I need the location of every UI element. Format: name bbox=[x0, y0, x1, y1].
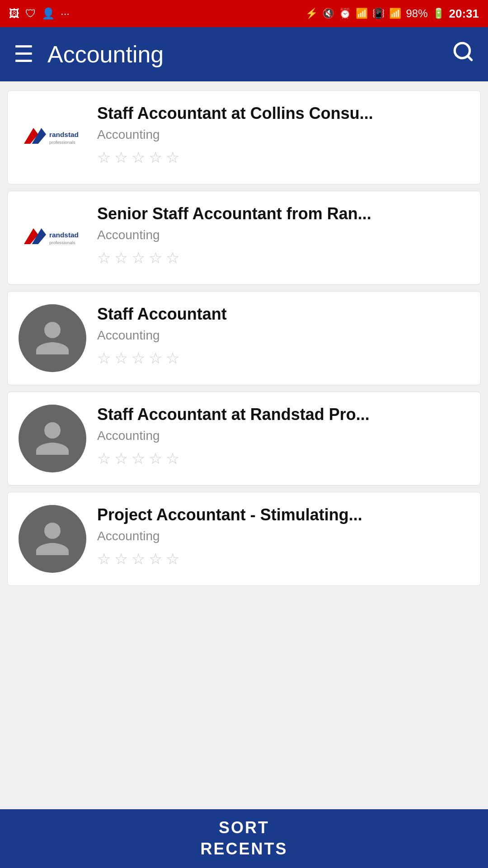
star-icon: ☆ bbox=[114, 449, 128, 467]
job-rating-stars[interactable]: ☆☆☆☆☆ bbox=[97, 249, 469, 267]
job-card[interactable]: Project Accountant - Stimulating... Acco… bbox=[7, 492, 481, 586]
sim-icon: 📳 bbox=[372, 8, 385, 19]
job-category: Accounting bbox=[97, 529, 469, 543]
job-card[interactable]: randstad professionals Staff Accountant … bbox=[7, 90, 481, 184]
page-title: Accounting bbox=[47, 41, 164, 68]
star-icon: ☆ bbox=[166, 349, 179, 367]
job-title: Staff Accountant at Collins Consu... bbox=[97, 104, 469, 123]
job-title: Staff Accountant bbox=[97, 304, 469, 324]
svg-text:randstad: randstad bbox=[49, 231, 79, 239]
star-icon: ☆ bbox=[131, 349, 145, 367]
svg-text:randstad: randstad bbox=[49, 131, 79, 138]
svg-text:professionals: professionals bbox=[49, 240, 75, 245]
company-avatar bbox=[19, 405, 86, 472]
alarm-icon: ⏰ bbox=[339, 8, 351, 19]
star-icon: ☆ bbox=[97, 249, 111, 267]
star-icon: ☆ bbox=[166, 148, 179, 166]
star-icon: ☆ bbox=[97, 148, 111, 166]
job-rating-stars[interactable]: ☆☆☆☆☆ bbox=[97, 349, 469, 367]
star-icon: ☆ bbox=[131, 550, 145, 568]
company-logo: randstad professionals bbox=[19, 104, 86, 171]
job-category: Accounting bbox=[97, 429, 469, 443]
star-icon: ☆ bbox=[149, 550, 162, 568]
job-card[interactable]: randstad professionals Senior Staff Acco… bbox=[7, 191, 481, 285]
job-title: Staff Accountant at Randstad Pro... bbox=[97, 405, 469, 424]
job-rating-stars[interactable]: ☆☆☆☆☆ bbox=[97, 550, 469, 568]
signal-icon: 📶 bbox=[389, 8, 401, 19]
star-icon: ☆ bbox=[149, 349, 162, 367]
face-status-icon: 👤 bbox=[42, 7, 55, 20]
star-icon: ☆ bbox=[166, 550, 179, 568]
star-icon: ☆ bbox=[114, 550, 128, 568]
star-icon: ☆ bbox=[97, 349, 111, 367]
job-info: Senior Staff Accountant from Ran... Acco… bbox=[97, 204, 469, 267]
wifi-icon: 📶 bbox=[356, 8, 368, 19]
job-title: Project Accountant - Stimulating... bbox=[97, 505, 469, 524]
search-icon[interactable] bbox=[452, 40, 474, 68]
job-category: Accounting bbox=[97, 328, 469, 343]
star-icon: ☆ bbox=[166, 249, 179, 267]
company-avatar bbox=[19, 505, 86, 573]
company-logo: randstad professionals bbox=[19, 204, 86, 272]
svg-line-1 bbox=[468, 56, 472, 60]
job-info: Project Accountant - Stimulating... Acco… bbox=[97, 505, 469, 568]
star-icon: ☆ bbox=[131, 148, 145, 166]
star-icon: ☆ bbox=[114, 148, 128, 166]
svg-text:professionals: professionals bbox=[49, 140, 75, 145]
battery-percent: 98% bbox=[406, 7, 427, 20]
job-rating-stars[interactable]: ☆☆☆☆☆ bbox=[97, 148, 469, 166]
bluetooth-icon: ⚡ bbox=[305, 8, 318, 19]
star-icon: ☆ bbox=[149, 148, 162, 166]
star-icon: ☆ bbox=[114, 249, 128, 267]
status-bar-left: 🖼 🛡 👤 ··· bbox=[9, 7, 70, 20]
star-icon: ☆ bbox=[114, 349, 128, 367]
company-avatar bbox=[19, 304, 86, 372]
job-info: Staff Accountant at Randstad Pro... Acco… bbox=[97, 405, 469, 467]
star-icon: ☆ bbox=[149, 249, 162, 267]
status-bar-right: ⚡ 🔇 ⏰ 📶 📳 📶 98% 🔋 20:31 bbox=[305, 7, 479, 21]
job-rating-stars[interactable]: ☆☆☆☆☆ bbox=[97, 449, 469, 467]
sort-button-label: SORT RECENTS bbox=[200, 817, 287, 860]
photo-status-icon: 🖼 bbox=[9, 7, 20, 20]
app-bar: ☰ Accounting bbox=[0, 27, 488, 81]
app-bar-left: ☰ Accounting bbox=[14, 41, 164, 68]
mute-icon: 🔇 bbox=[322, 8, 334, 19]
job-category: Accounting bbox=[97, 127, 469, 142]
job-info: Staff Accountant at Collins Consu... Acc… bbox=[97, 104, 469, 166]
status-bar: 🖼 🛡 👤 ··· ⚡ 🔇 ⏰ 📶 📳 📶 98% 🔋 20:31 bbox=[0, 0, 488, 27]
battery-icon: 🔋 bbox=[432, 8, 445, 19]
time-display: 20:31 bbox=[449, 7, 479, 21]
shield-status-icon: 🛡 bbox=[25, 7, 36, 20]
star-icon: ☆ bbox=[97, 449, 111, 467]
star-icon: ☆ bbox=[131, 249, 145, 267]
job-card[interactable]: Staff Accountant at Randstad Pro... Acco… bbox=[7, 392, 481, 486]
job-card[interactable]: Staff Accountant Accounting ☆☆☆☆☆ bbox=[7, 291, 481, 385]
star-icon: ☆ bbox=[97, 550, 111, 568]
job-category: Accounting bbox=[97, 228, 469, 242]
dots-status-icon: ··· bbox=[61, 7, 70, 20]
job-title: Senior Staff Accountant from Ran... bbox=[97, 204, 469, 223]
job-list: randstad professionals Staff Accountant … bbox=[0, 81, 488, 658]
star-icon: ☆ bbox=[149, 449, 162, 467]
hamburger-icon[interactable]: ☰ bbox=[14, 41, 34, 67]
star-icon: ☆ bbox=[131, 449, 145, 467]
sort-recents-button[interactable]: SORT RECENTS bbox=[0, 809, 488, 868]
star-icon: ☆ bbox=[166, 449, 179, 467]
job-info: Staff Accountant Accounting ☆☆☆☆☆ bbox=[97, 304, 469, 367]
